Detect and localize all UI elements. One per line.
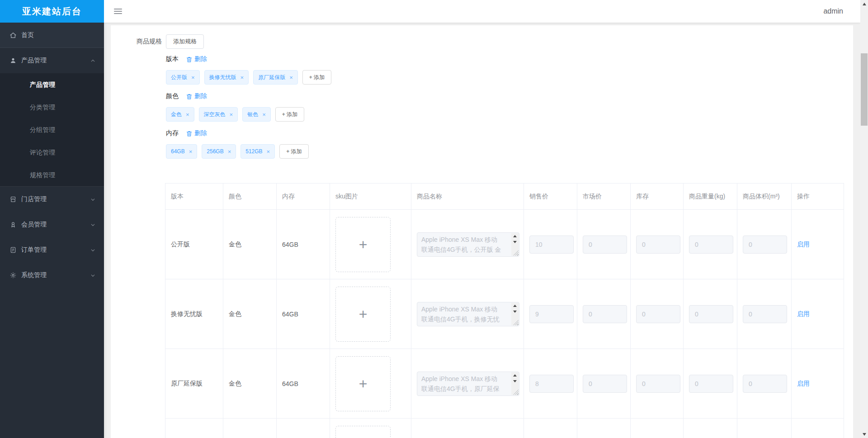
delete-spec-link[interactable]: 删除 xyxy=(194,129,207,137)
product-name-textarea[interactable]: Apple iPhone XS Max 移动 联通电信4G手机，公开版 金 xyxy=(417,232,519,257)
scroll-down-icon[interactable] xyxy=(511,239,519,245)
textarea-scrollbar[interactable] xyxy=(511,303,519,325)
hamburger-menu-icon[interactable] xyxy=(114,9,122,14)
spec-tag[interactable]: 银色× xyxy=(242,107,271,122)
sidebar-subitem-product-list[interactable]: 产品管理 xyxy=(0,73,104,96)
stock-input[interactable] xyxy=(636,375,680,393)
sidebar-item-store[interactable]: 门店管理 xyxy=(0,187,104,212)
close-icon[interactable]: × xyxy=(230,111,233,118)
trash-icon[interactable] xyxy=(186,93,193,100)
close-icon[interactable]: × xyxy=(186,111,189,118)
product-name-textarea[interactable]: Apple iPhone XS Max 移动 联通电信4G手机，换修无忧 xyxy=(417,302,519,326)
add-tag-button[interactable]: + 添加 xyxy=(302,70,331,85)
scrollbar-up-arrow-icon[interactable] xyxy=(860,0,868,8)
sidebar-item-member[interactable]: 会员管理 xyxy=(0,212,104,237)
market-price-input[interactable] xyxy=(583,375,627,393)
close-icon[interactable]: × xyxy=(262,111,266,118)
add-spec-button[interactable]: 添加规格 xyxy=(166,34,204,49)
close-icon[interactable]: × xyxy=(189,148,193,155)
textarea-scrollbar[interactable] xyxy=(511,372,519,395)
resize-grip-icon[interactable] xyxy=(513,390,519,395)
add-tag-button[interactable]: + 添加 xyxy=(275,107,304,122)
enable-link[interactable]: 启用 xyxy=(797,310,810,317)
sidebar-item-home[interactable]: 首页 xyxy=(0,23,104,48)
add-tag-button[interactable]: + 添加 xyxy=(279,144,308,159)
product-name-textarea[interactable]: Apple iPhone XS Max 移动 联通电信4G手机，原厂延保 xyxy=(417,372,519,396)
trash-icon[interactable] xyxy=(186,56,193,63)
member-icon xyxy=(9,221,17,228)
market-price-input[interactable] xyxy=(583,305,627,323)
scrollbar-down-arrow-icon[interactable] xyxy=(860,430,868,438)
sidebar-subitem-grouping[interactable]: 分组管理 xyxy=(0,118,104,141)
enable-link[interactable]: 启用 xyxy=(797,240,810,248)
close-icon[interactable]: × xyxy=(228,148,231,155)
spec-group-header: 版本删除 xyxy=(166,55,853,64)
sidebar-subitem-category[interactable]: 分类管理 xyxy=(0,96,104,118)
scrollbar-thumb[interactable] xyxy=(861,53,868,126)
cell-sale-price xyxy=(524,349,577,419)
sale-price-input[interactable] xyxy=(529,375,574,393)
cell-product-name: Apple iPhone XS Max 移动 联通电信4G手机，公开版 金 xyxy=(411,210,524,279)
spec-tag[interactable]: 256GB× xyxy=(202,144,236,159)
volume-input[interactable] xyxy=(743,375,787,393)
scroll-down-icon[interactable] xyxy=(511,309,519,315)
submenu-product: 产品管理分类管理分组管理评论管理规格管理 xyxy=(0,73,104,187)
resize-grip-icon[interactable] xyxy=(513,320,519,325)
upload-image-button[interactable]: + xyxy=(335,426,391,438)
cell-version: 原厂延保版 xyxy=(165,349,223,419)
page-scrollbar[interactable] xyxy=(860,0,868,438)
spec-tag[interactable]: 512GB× xyxy=(241,144,275,159)
close-icon[interactable]: × xyxy=(191,74,195,81)
sale-price-input[interactable] xyxy=(529,305,574,323)
sidebar-item-order[interactable]: 订单管理 xyxy=(0,237,104,263)
cell-market-price xyxy=(577,210,631,279)
gear-icon xyxy=(9,272,17,279)
spec-tag[interactable]: 金色× xyxy=(166,107,194,122)
delete-spec-link[interactable]: 删除 xyxy=(194,92,207,100)
scroll-up-icon[interactable] xyxy=(511,372,519,378)
spec-tag[interactable]: 深空灰色× xyxy=(199,107,238,122)
spec-form-label: 商品规格 xyxy=(111,38,162,46)
sidebar-subitem-spec[interactable]: 规格管理 xyxy=(0,164,104,186)
textarea-scrollbar[interactable] xyxy=(511,233,519,256)
username[interactable]: admin xyxy=(823,7,843,15)
resize-grip-icon[interactable] xyxy=(513,250,519,256)
sale-price-input[interactable] xyxy=(529,235,574,254)
spec-tag[interactable]: 换修无忧版× xyxy=(204,70,249,85)
cell-market-price xyxy=(577,419,631,438)
upload-image-button[interactable]: + xyxy=(335,287,391,342)
cell-memory: 64GB xyxy=(277,349,330,419)
close-icon[interactable]: × xyxy=(241,74,244,81)
sidebar-item-product[interactable]: 产品管理 xyxy=(0,48,104,73)
close-icon[interactable]: × xyxy=(289,74,293,81)
trash-icon[interactable] xyxy=(186,130,193,137)
sidebar-item-label: 系统管理 xyxy=(21,271,90,279)
stock-input[interactable] xyxy=(636,235,680,254)
scroll-up-icon[interactable] xyxy=(511,233,519,239)
sidebar-item-system[interactable]: 系统管理 xyxy=(0,263,104,288)
weight-input[interactable] xyxy=(689,235,733,254)
spec-tag[interactable]: 公开版× xyxy=(166,70,200,85)
delete-spec-link[interactable]: 删除 xyxy=(194,55,207,63)
cell-weight xyxy=(684,210,737,279)
weight-input[interactable] xyxy=(689,305,733,323)
volume-input[interactable] xyxy=(743,305,787,323)
spec-groups: 版本删除公开版×换修无忧版×原厂延保版×+ 添加颜色删除金色×深空灰色×银色×+… xyxy=(166,55,853,159)
upload-image-button[interactable]: + xyxy=(335,217,391,272)
column-header: 商品名称 xyxy=(411,184,524,210)
cell-product-name xyxy=(411,419,524,438)
spec-tag[interactable]: 64GB× xyxy=(166,144,197,159)
weight-input[interactable] xyxy=(689,375,733,393)
stock-input[interactable] xyxy=(636,305,680,323)
cell-color: 金色 xyxy=(223,279,277,349)
scroll-down-icon[interactable] xyxy=(511,378,519,384)
content-area: 商品规格 添加规格 版本删除公开版×换修无忧版×原厂延保版×+ 添加颜色删除金色… xyxy=(104,23,860,438)
sidebar-subitem-comment[interactable]: 评论管理 xyxy=(0,141,104,164)
volume-input[interactable] xyxy=(743,235,787,254)
spec-tag[interactable]: 原厂延保版× xyxy=(253,70,298,85)
scroll-up-icon[interactable] xyxy=(511,303,519,309)
close-icon[interactable]: × xyxy=(267,148,270,155)
market-price-input[interactable] xyxy=(583,235,627,254)
enable-link[interactable]: 启用 xyxy=(797,380,810,387)
upload-image-button[interactable]: + xyxy=(335,356,391,411)
